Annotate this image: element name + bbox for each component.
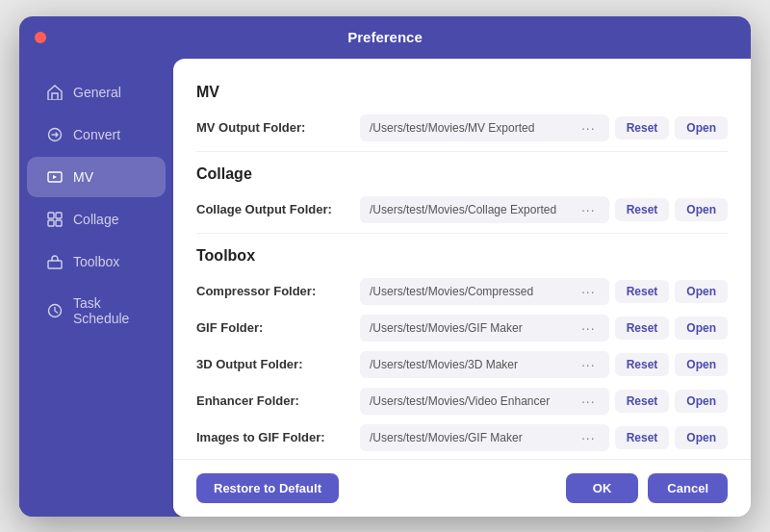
toolbox-gif-open-button[interactable]: Open <box>675 317 728 340</box>
mv-output-dots-button[interactable]: ··· <box>578 120 600 136</box>
sidebar-item-task-schedule-label: Task Schedule <box>73 295 146 326</box>
collage-output-reset-button[interactable]: Reset <box>615 198 670 221</box>
svg-rect-4 <box>48 220 54 226</box>
sidebar-item-collage-label: Collage <box>73 212 118 227</box>
collage-output-row: Collage Output Folder: /Users/test/Movie… <box>196 196 728 223</box>
section-toolbox-title: Toolbox <box>196 247 728 265</box>
toolbox-compressor-path: /Users/test/Movies/Compressed <box>370 285 578 298</box>
sidebar-item-task-schedule[interactable]: Task Schedule <box>27 284 166 338</box>
toolbox-img-gif-label: Images to GIF Folder: <box>196 430 360 444</box>
toolbox-compressor-path-wrap: /Users/test/Movies/Compressed ··· <box>360 278 609 305</box>
collage-output-path-wrap: /Users/test/Movies/Collage Exported ··· <box>360 196 609 223</box>
mv-icon <box>46 168 64 186</box>
collage-output-dots-button[interactable]: ··· <box>578 202 600 217</box>
mv-output-path: /Users/test/Movies/MV Exported <box>370 121 578 135</box>
toolbox-3d-open-button[interactable]: Open <box>675 353 728 376</box>
ok-button[interactable]: OK <box>566 473 639 503</box>
divider-collage-toolbox <box>196 233 728 234</box>
main-panel: MV MV Output Folder: /Users/test/Movies/… <box>173 59 751 517</box>
clock-icon <box>46 302 64 319</box>
toolbox-gif-label: GIF Folder: <box>196 320 360 335</box>
collage-output-open-button[interactable]: Open <box>675 198 728 221</box>
toolbox-compressor-label: Compressor Folder: <box>196 284 360 298</box>
toolbox-gif-reset-button[interactable]: Reset <box>615 317 670 340</box>
content-area: General Convert MV <box>19 59 751 517</box>
toolbox-3d-path-wrap: /Users/test/Movies/3D Maker ··· <box>360 351 609 378</box>
toolbox-gif-row: GIF Folder: /Users/test/Movies/GIF Maker… <box>196 315 728 342</box>
toolbox-gif-path: /Users/test/Movies/GIF Maker <box>370 321 578 335</box>
mv-output-reset-button[interactable]: Reset <box>615 116 670 139</box>
section-collage-title: Collage <box>196 165 728 183</box>
svg-rect-5 <box>56 220 62 226</box>
toolbox-compressor-reset-button[interactable]: Reset <box>615 280 670 303</box>
toolbox-gif-path-wrap: /Users/test/Movies/GIF Maker ··· <box>360 315 609 342</box>
sidebar-item-toolbox-label: Toolbox <box>73 254 119 269</box>
mv-output-path-wrap: /Users/test/Movies/MV Exported ··· <box>360 114 609 141</box>
collage-output-path: /Users/test/Movies/Collage Exported <box>370 203 578 216</box>
traffic-lights <box>35 32 46 43</box>
sidebar-item-general-label: General <box>73 85 121 100</box>
window-title: Preference <box>347 29 423 45</box>
toolbox-3d-path: /Users/test/Movies/3D Maker <box>370 358 578 371</box>
sidebar-item-mv[interactable]: MV <box>27 157 166 197</box>
sidebar: General Convert MV <box>19 59 173 517</box>
toolbox-img-gif-open-button[interactable]: Open <box>675 426 728 449</box>
sidebar-item-general[interactable]: General <box>27 72 166 113</box>
collage-icon <box>46 211 64 228</box>
toolbox-img-gif-path-wrap: /Users/test/Movies/GIF Maker ··· <box>360 424 609 451</box>
sidebar-item-convert-label: Convert <box>73 127 120 142</box>
toolbox-enhancer-dots-button[interactable]: ··· <box>578 393 600 409</box>
convert-icon <box>46 126 64 143</box>
home-icon <box>46 84 64 101</box>
restore-default-button[interactable]: Restore to Default <box>196 473 339 503</box>
toolbox-enhancer-row: Enhancer Folder: /Users/test/Movies/Vide… <box>196 388 728 415</box>
toolbox-img-gif-dots-button[interactable]: ··· <box>578 430 600 445</box>
toolbox-3d-row: 3D Output Folder: /Users/test/Movies/3D … <box>196 351 728 378</box>
bottom-bar: Restore to Default OK Cancel <box>173 459 751 517</box>
section-toolbox: Toolbox Compressor Folder: /Users/test/M… <box>196 247 728 459</box>
mv-output-open-button[interactable]: Open <box>675 116 728 139</box>
sidebar-item-mv-label: MV <box>73 169 93 185</box>
toolbox-enhancer-path-wrap: /Users/test/Movies/Video Enhancer ··· <box>360 388 609 415</box>
toolbox-img-gif-row: Images to GIF Folder: /Users/test/Movies… <box>196 424 728 451</box>
svg-rect-2 <box>48 213 54 218</box>
toolbox-enhancer-path: /Users/test/Movies/Video Enhancer <box>370 394 578 408</box>
toolbox-img-gif-path: /Users/test/Movies/GIF Maker <box>370 431 578 444</box>
divider-mv-collage <box>196 151 728 152</box>
close-button[interactable] <box>35 32 46 43</box>
bottom-right-buttons: OK Cancel <box>566 473 728 503</box>
toolbox-compressor-open-button[interactable]: Open <box>675 280 728 303</box>
mv-output-row: MV Output Folder: /Users/test/Movies/MV … <box>196 114 728 141</box>
toolbox-3d-label: 3D Output Folder: <box>196 357 360 371</box>
toolbox-3d-reset-button[interactable]: Reset <box>615 353 670 376</box>
toolbox-3d-dots-button[interactable]: ··· <box>578 357 600 372</box>
svg-rect-6 <box>48 261 62 268</box>
preference-window: Preference General <box>19 16 751 517</box>
mv-output-label: MV Output Folder: <box>196 120 360 135</box>
section-mv: MV MV Output Folder: /Users/test/Movies/… <box>196 84 728 141</box>
title-bar: Preference <box>19 16 751 59</box>
toolbox-enhancer-open-button[interactable]: Open <box>675 390 728 413</box>
sidebar-item-collage[interactable]: Collage <box>27 199 166 240</box>
section-mv-title: MV <box>196 84 728 101</box>
svg-rect-3 <box>56 213 62 218</box>
toolbox-enhancer-label: Enhancer Folder: <box>196 393 360 408</box>
toolbox-gif-dots-button[interactable]: ··· <box>578 320 600 336</box>
toolbox-img-gif-reset-button[interactable]: Reset <box>615 426 670 449</box>
cancel-button[interactable]: Cancel <box>648 473 728 503</box>
collage-output-label: Collage Output Folder: <box>196 202 360 216</box>
sidebar-item-toolbox[interactable]: Toolbox <box>27 241 166 282</box>
section-collage: Collage Collage Output Folder: /Users/te… <box>196 165 728 223</box>
toolbox-compressor-row: Compressor Folder: /Users/test/Movies/Co… <box>196 278 728 305</box>
sidebar-item-convert[interactable]: Convert <box>27 114 166 155</box>
toolbox-compressor-dots-button[interactable]: ··· <box>578 284 600 299</box>
toolbox-enhancer-reset-button[interactable]: Reset <box>615 390 670 413</box>
main-scroll-area[interactable]: MV MV Output Folder: /Users/test/Movies/… <box>173 59 751 459</box>
toolbox-icon <box>46 253 64 270</box>
